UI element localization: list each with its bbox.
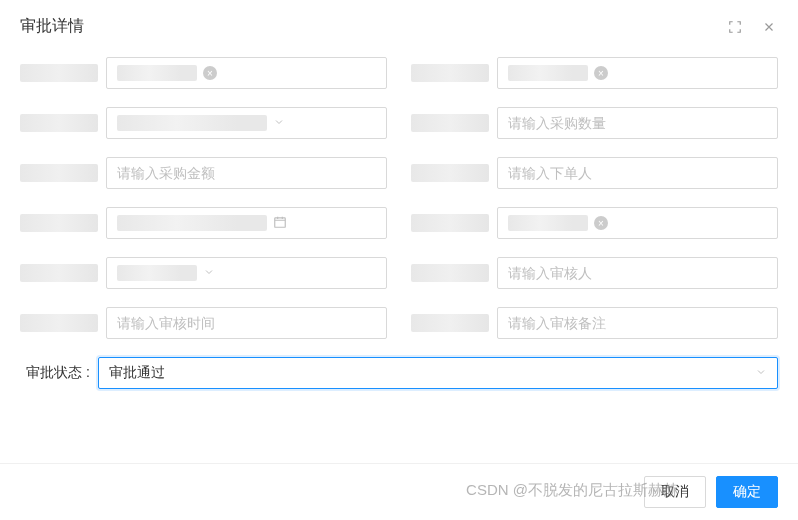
close-icon[interactable] [760,18,778,36]
select-field[interactable] [106,107,387,139]
value-redacted [117,115,267,131]
approval-status-label: 审批状态 : [20,364,98,382]
form-body: × × [0,49,798,389]
confirm-button[interactable]: 确定 [716,476,778,508]
modal-header: 审批详情 [0,0,798,49]
purchase-qty-input[interactable] [508,115,767,131]
reviewer-input[interactable] [508,265,767,281]
label-redacted [411,164,489,182]
calendar-icon [273,215,287,232]
chevron-down-icon [273,115,285,131]
form-row [20,107,778,139]
form-row [20,157,778,189]
review-remark-input[interactable] [508,315,767,331]
form-item [20,207,387,239]
value-redacted [508,65,588,81]
form-row: × × [20,57,778,89]
value-redacted [508,215,588,231]
form-item-approval: 审批状态 : 审批通过 [20,357,778,389]
label-redacted [411,264,489,282]
input-field[interactable] [497,157,778,189]
label-redacted [411,214,489,232]
form-row: × [20,207,778,239]
input-field[interactable] [497,107,778,139]
chevron-down-icon [203,265,215,281]
form-item [20,107,387,139]
purchase-amount-input[interactable] [117,165,376,181]
clear-icon[interactable]: × [594,216,608,230]
input-field[interactable] [106,307,387,339]
form-row [20,257,778,289]
form-item [411,307,778,339]
form-item [20,157,387,189]
approval-status-select[interactable]: 审批通过 [98,357,778,389]
label-redacted [20,264,98,282]
label-redacted [411,314,489,332]
label-redacted [411,114,489,132]
header-actions [726,18,778,36]
orderer-input[interactable] [508,165,767,181]
input-field[interactable] [497,257,778,289]
form-row: 审批状态 : 审批通过 [20,357,778,389]
label-redacted [20,64,98,82]
form-item [411,157,778,189]
form-item: × [411,57,778,89]
input-field[interactable]: × [106,57,387,89]
form-item: × [20,57,387,89]
input-field[interactable]: × [497,57,778,89]
form-item: × [411,207,778,239]
clear-icon[interactable]: × [594,66,608,80]
form-item [20,307,387,339]
approval-status-value: 审批通过 [109,364,749,382]
value-redacted [117,65,197,81]
modal-footer: 取消 确定 [0,463,798,520]
input-field[interactable] [497,307,778,339]
modal-title: 审批详情 [20,16,84,37]
review-time-input[interactable] [117,315,376,331]
input-field[interactable]: × [497,207,778,239]
form-row [20,307,778,339]
cancel-button[interactable]: 取消 [644,476,706,508]
value-redacted [117,215,267,231]
label-redacted [20,314,98,332]
svg-rect-0 [275,217,286,226]
form-item [20,257,387,289]
label-redacted [20,214,98,232]
label-redacted [20,164,98,182]
value-redacted [117,265,197,281]
label-redacted [20,114,98,132]
label-redacted [411,64,489,82]
form-item [411,107,778,139]
chevron-down-icon [755,365,767,381]
input-field[interactable] [106,157,387,189]
clear-icon[interactable]: × [203,66,217,80]
expand-icon[interactable] [726,18,744,36]
form-item [411,257,778,289]
select-field[interactable] [106,257,387,289]
date-field[interactable] [106,207,387,239]
